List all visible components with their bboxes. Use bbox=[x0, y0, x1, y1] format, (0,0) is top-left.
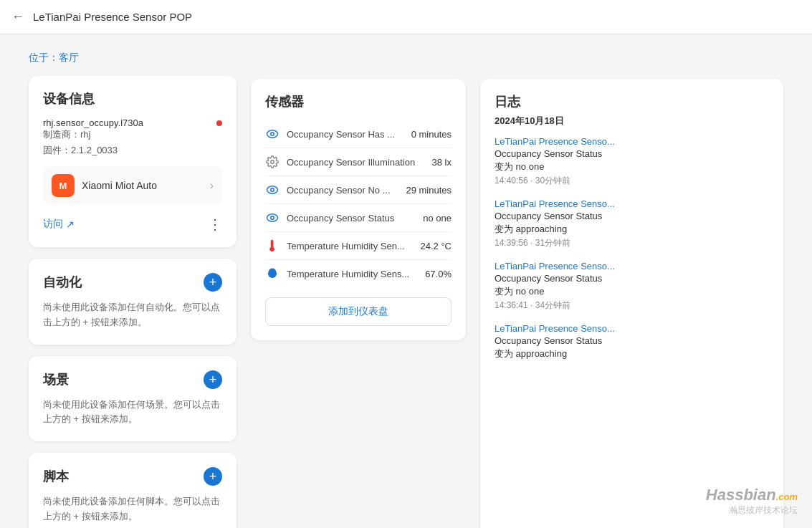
sensor-value: 38 lx bbox=[432, 157, 452, 168]
eye-icon bbox=[265, 183, 280, 196]
scene-card: 场景 + 尚未使用此设备添加任何场景。您可以点击上方的 + 按钮来添加。 bbox=[29, 356, 237, 442]
log-entry: LeTianPai Presence Senso... Occupancy Se… bbox=[495, 136, 769, 187]
device-info-card: 设备信息 rhj.sensor_occupy.l730a 制造商：rhj 固件：… bbox=[29, 76, 237, 247]
firmware-row: 固件：2.1.2_0033 bbox=[43, 144, 222, 157]
scene-header: 场景 + bbox=[43, 370, 222, 389]
log-device-link[interactable]: LeTianPai Presence Senso... bbox=[495, 323, 769, 334]
scene-desc: 尚未使用此设备添加任何场景。您可以点击上方的 + 按钮来添加。 bbox=[43, 398, 222, 428]
device-id-row: rhj.sensor_occupy.l730a bbox=[43, 117, 222, 128]
sensor-name: Occupancy Sensor Has ... bbox=[287, 129, 404, 140]
eye-icon bbox=[265, 211, 280, 224]
sensor-value: 24.2 °C bbox=[420, 241, 452, 251]
action-row: 访问 ↗ ⋮ bbox=[43, 213, 222, 233]
integration-row[interactable]: M Xiaomi Miot Auto › bbox=[43, 167, 222, 204]
log-entries: LeTianPai Presence Senso... Occupancy Se… bbox=[495, 136, 769, 360]
thermo-icon bbox=[265, 239, 280, 252]
manufacturer-row: 制造商：rhj bbox=[43, 128, 222, 141]
sensor-row[interactable]: Occupancy Sensor No ... 29 minutes bbox=[265, 176, 452, 204]
sensor-title: 传感器 bbox=[265, 93, 452, 110]
sensor-name: Occupancy Sensor No ... bbox=[287, 185, 398, 196]
sensor-row[interactable]: Temperature Humidity Sens... 67.0% bbox=[265, 260, 452, 287]
location-name[interactable]: 客厅 bbox=[59, 52, 79, 63]
log-time: 14:36:41 · 34分钟前 bbox=[495, 299, 769, 312]
script-desc: 尚未使用此设备添加任何脚本。您可以点击上方的 + 按钮来添加。 bbox=[43, 494, 222, 524]
left-column: 位于：客厅 设备信息 rhj.sensor_occupy.l730a 制造商：r… bbox=[29, 52, 237, 528]
status-dot bbox=[216, 120, 222, 126]
svg-point-1 bbox=[271, 133, 274, 136]
gear-icon bbox=[265, 155, 280, 168]
sensor-value: 67.0% bbox=[425, 269, 452, 279]
hassbian-name: Hassbian bbox=[706, 486, 776, 504]
hassbian-com: .com bbox=[776, 491, 798, 502]
log-change: 变为 no one bbox=[495, 285, 769, 298]
sensor-row[interactable]: Temperature Humidity Sen... 24.2 °C bbox=[265, 232, 452, 260]
add-automation-button[interactable]: + bbox=[204, 273, 222, 292]
script-header: 脚本 + bbox=[43, 467, 222, 486]
page-title: LeTianPai Presence Sensor POP bbox=[33, 11, 192, 23]
sensor-card: 传感器 Occupancy Sensor Has ... 0 minutes O… bbox=[251, 79, 466, 340]
eye-icon bbox=[265, 128, 280, 140]
sensor-value: 0 minutes bbox=[411, 129, 452, 140]
sensor-row[interactable]: Occupancy Sensor Has ... 0 minutes bbox=[265, 120, 452, 148]
log-entry: LeTianPai Presence Senso... Occupancy Se… bbox=[495, 261, 769, 312]
automation-title: 自动化 bbox=[43, 274, 82, 291]
log-title: 日志 bbox=[495, 93, 769, 110]
hassbian-footer: Hassbian.com 瀚思彼岸技术论坛 bbox=[706, 486, 798, 517]
hassbian-subtitle: 瀚思彼岸技术论坛 bbox=[706, 504, 798, 517]
add-dashboard-button[interactable]: 添加到仪表盘 bbox=[265, 297, 452, 326]
log-entry: LeTianPai Presence Senso... Occupancy Se… bbox=[495, 323, 769, 360]
svg-point-3 bbox=[267, 186, 278, 194]
location-label[interactable]: 位于：客厅 bbox=[29, 52, 237, 64]
log-card: 日志 2024年10月18日 LeTianPai Presence Senso.… bbox=[480, 79, 783, 528]
svg-point-4 bbox=[271, 188, 274, 192]
log-date: 2024年10月18日 bbox=[495, 115, 769, 128]
add-scene-button[interactable]: + bbox=[204, 370, 222, 389]
middle-column: 传感器 Occupancy Sensor Has ... 0 minutes O… bbox=[251, 52, 466, 528]
log-device-link[interactable]: LeTianPai Presence Senso... bbox=[495, 198, 769, 209]
log-status-line: Occupancy Sensor Status bbox=[495, 148, 769, 159]
integration-chevron-icon: › bbox=[210, 179, 214, 192]
script-title: 脚本 bbox=[43, 468, 69, 485]
svg-point-6 bbox=[271, 216, 274, 220]
visit-label: 访问 bbox=[43, 218, 63, 231]
log-status-line: Occupancy Sensor Status bbox=[495, 211, 769, 221]
scene-title: 场景 bbox=[43, 371, 69, 388]
sensor-value: 29 minutes bbox=[406, 185, 452, 196]
automation-desc: 尚未使用此设备添加任何自动化。您可以点击上方的 + 按钮来添加。 bbox=[43, 300, 222, 330]
svg-point-2 bbox=[271, 160, 274, 164]
sensor-list: Occupancy Sensor Has ... 0 minutes Occup… bbox=[265, 120, 452, 287]
log-change: 变为 approaching bbox=[495, 347, 769, 360]
log-change: 变为 approaching bbox=[495, 223, 769, 236]
sensor-name: Occupancy Sensor Illumination bbox=[287, 157, 425, 168]
log-time: 14:39:56 · 31分钟前 bbox=[495, 237, 769, 249]
automation-card: 自动化 + 尚未使用此设备添加任何自动化。您可以点击上方的 + 按钮来添加。 bbox=[29, 259, 237, 345]
log-device-link[interactable]: LeTianPai Presence Senso... bbox=[495, 261, 769, 272]
log-change: 变为 no one bbox=[495, 160, 769, 173]
device-id-text: rhj.sensor_occupy.l730a bbox=[43, 117, 143, 128]
script-card: 脚本 + 尚未使用此设备添加任何脚本。您可以点击上方的 + 按钮来添加。 bbox=[29, 453, 237, 528]
log-time: 14:40:56 · 30分钟前 bbox=[495, 175, 769, 187]
integration-name: Xiaomi Miot Auto bbox=[82, 180, 203, 191]
visit-link[interactable]: 访问 ↗ bbox=[43, 218, 75, 231]
external-link-icon: ↗ bbox=[66, 219, 75, 230]
main-content: 位于：客厅 设备信息 rhj.sensor_occupy.l730a 制造商：r… bbox=[0, 34, 812, 528]
log-status-line: Occupancy Sensor Status bbox=[495, 273, 769, 284]
sensor-name: Temperature Humidity Sens... bbox=[287, 269, 418, 279]
sensor-row[interactable]: Occupancy Sensor Status no one bbox=[265, 204, 452, 232]
svg-point-5 bbox=[267, 214, 278, 222]
more-button[interactable]: ⋮ bbox=[208, 216, 222, 233]
integration-icon: M bbox=[52, 174, 75, 197]
add-script-button[interactable]: + bbox=[204, 467, 222, 486]
right-column: 日志 2024年10月18日 LeTianPai Presence Senso.… bbox=[480, 52, 783, 528]
sensor-name: Temperature Humidity Sen... bbox=[287, 241, 413, 251]
back-button[interactable]: ← bbox=[11, 9, 24, 24]
automation-header: 自动化 + bbox=[43, 273, 222, 292]
topbar: ← LeTianPai Presence Sensor POP bbox=[0, 0, 812, 34]
sensor-row[interactable]: Occupancy Sensor Illumination 38 lx bbox=[265, 148, 452, 176]
drop-icon bbox=[265, 267, 280, 280]
sensor-name: Occupancy Sensor Status bbox=[287, 213, 416, 224]
log-status-line: Occupancy Sensor Status bbox=[495, 335, 769, 346]
log-device-link[interactable]: LeTianPai Presence Senso... bbox=[495, 136, 769, 147]
svg-point-0 bbox=[267, 130, 278, 138]
log-entry: LeTianPai Presence Senso... Occupancy Se… bbox=[495, 198, 769, 249]
